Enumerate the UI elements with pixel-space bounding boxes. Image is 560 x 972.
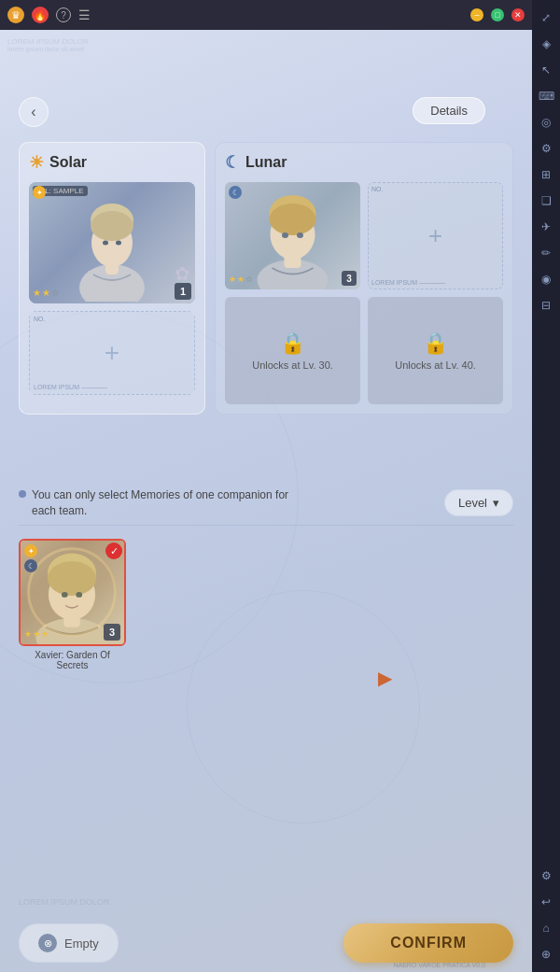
sidebar-stack-icon[interactable]: ⊟ — [536, 295, 556, 316]
bottom-bar: ⊗ Empty CONFIRM — [19, 923, 513, 963]
empty-label: Empty — [64, 937, 99, 951]
memory-card-1-img: ✦ ☾ ✓ ★ ★ ★ 3 — [19, 539, 126, 646]
sidebar-controls-icon[interactable]: ⊕ — [536, 944, 556, 965]
solar-slot-label: NO. — [34, 316, 45, 322]
empty-button[interactable]: ⊗ Empty — [19, 923, 119, 963]
sidebar-settings2-icon[interactable]: ⚙ — [536, 866, 556, 886]
sidebar-back-icon[interactable]: ↩ — [536, 892, 556, 912]
crown-icon[interactable]: ♛ — [7, 7, 24, 23]
sidebar-keyboard-icon[interactable]: ⌨ — [536, 86, 556, 106]
svg-point-5 — [103, 240, 108, 245]
lunar-card-2-empty[interactable]: NO. + LOREM IPSUM ———— — [368, 182, 503, 289]
solar-slot-sub: LOREM IPSUM ———— — [34, 384, 107, 390]
sidebar-pencil-icon[interactable]: ✏ — [536, 243, 556, 263]
floral-deco: ✿ — [175, 262, 190, 285]
right-sidebar: ⤢ ◈ ↖ ⌨ ◎ ⚙ ⊞ ❑ ✈ ✏ ◉ ⊟ ⚙ ↩ ⌂ ⊕ — [532, 0, 560, 972]
lock-icon-4: 🔒 — [423, 331, 448, 356]
sidebar-layers-icon[interactable]: ❑ — [536, 190, 556, 211]
solar-title: Solar — [49, 154, 87, 171]
lunar-title: Lunar — [245, 154, 287, 171]
memory-card-1[interactable]: ✦ ☾ ✓ ★ ★ ★ 3 Xavier: Garden Of Secrets — [19, 539, 126, 670]
solar-card-stars: ★ ★ ☆ — [33, 288, 60, 298]
card-selection-area: ☀ Solar — [19, 142, 513, 415]
fire-icon[interactable]: 🔥 — [32, 7, 49, 23]
empty-icon: ⊗ — [38, 934, 57, 952]
memory-type2-icon: ☾ — [24, 559, 37, 572]
title-bar: ♛ 🔥 ? ☰ – □ ✕ — [0, 0, 532, 30]
lunar-card1-moon-icon: ☾ — [229, 186, 242, 199]
lunar-locked-3: 🔒 Unlocks at Lv. 30. — [225, 297, 360, 404]
lunar-card1-stars: ★ ★ ☆ — [229, 275, 253, 284]
sidebar-speaker-icon[interactable]: ◈ — [536, 34, 556, 54]
corner-deco-left: LOREM IPSUM DOLOR lorem ipsum dolor sit … — [7, 37, 89, 52]
minimize-button[interactable]: – — [470, 8, 483, 21]
back-button[interactable]: ‹ — [19, 97, 49, 127]
sidebar-home-icon[interactable]: ⌂ — [536, 918, 556, 938]
lunar-card-1[interactable]: ☾ ★ ★ ☆ 3 — [225, 182, 360, 289]
solar-panel: ☀ Solar — [19, 142, 205, 415]
info-text: You can only select Memories of one comp… — [19, 487, 299, 519]
sidebar-circle-icon[interactable]: ◎ — [536, 112, 556, 133]
lunar-locked-4: 🔒 Unlocks at Lv. 40. — [368, 297, 503, 404]
sidebar-cursor-icon[interactable]: ↖ — [536, 60, 556, 80]
close-button[interactable]: ✕ — [511, 8, 525, 21]
info-bar: You can only select Memories of one comp… — [19, 487, 513, 519]
svg-point-4 — [91, 211, 133, 241]
solar-card-1[interactable]: ✿ LVL: SAMPLE ✦ ★ ★ ☆ 1 — [29, 182, 195, 303]
lunar-character-1-svg — [225, 182, 360, 289]
sidebar-settings-icon[interactable]: ⚙ — [536, 138, 556, 159]
memory-stars: ★ ★ ★ — [24, 629, 49, 639]
svg-point-12 — [282, 232, 288, 238]
lunar-slot2-label: NO. — [371, 186, 383, 192]
sidebar-expand-icon[interactable]: ⤢ — [536, 7, 556, 28]
lock-icon-3: 🔒 — [280, 331, 305, 356]
level-label: Level — [458, 496, 487, 510]
lunar-card-3-locked: 🔒 Unlocks at Lv. 30. — [225, 297, 360, 404]
info-dot — [19, 490, 26, 498]
game-area: LOREM IPSUM DOLOR lorem ipsum dolor sit … — [0, 30, 532, 972]
lunar-grid: ☾ ★ ★ ☆ 3 NO. + LOREM — [225, 182, 503, 404]
solar-card-number: 1 — [175, 283, 191, 300]
sidebar-grid-icon[interactable]: ⊞ — [536, 164, 556, 185]
svg-point-13 — [297, 232, 303, 238]
sidebar-location-icon[interactable]: ◉ — [536, 269, 556, 289]
bottom-deco: LOREM IPSUM DOLOR — [19, 897, 110, 907]
svg-point-6 — [116, 240, 121, 245]
moon-icon: ☾ — [225, 152, 240, 173]
lunar-slot2-plus: + — [428, 221, 442, 250]
solar-portrait: ✿ — [29, 182, 195, 303]
lock-text-3: Unlocks at Lv. 30. — [252, 359, 333, 371]
sidebar-plane-icon[interactable]: ✈ — [536, 217, 556, 237]
plus-icon: + — [105, 338, 119, 368]
lunar-empty-slot: NO. + LOREM IPSUM ———— — [368, 182, 503, 289]
memory-number: 3 — [104, 624, 120, 641]
maximize-button[interactable]: □ — [491, 8, 504, 21]
memory-card-name-1: Xavier: Garden Of Secrets — [19, 650, 126, 670]
memory-type1-icon: ✦ — [24, 544, 37, 557]
svg-point-11 — [270, 204, 316, 235]
level-dropdown[interactable]: Level ▾ — [444, 489, 513, 516]
watermark: NAERO VAROE PRATICA V0.0 — [393, 962, 485, 968]
lunar-card1-number: 3 — [342, 271, 357, 286]
dropdown-arrow: ▾ — [493, 496, 499, 510]
solar-card-type-icon: ✦ — [33, 186, 46, 199]
lunar-panel: ☾ Lunar — [215, 142, 513, 415]
lunar-panel-header: ☾ Lunar — [225, 152, 503, 173]
memory-list: ✦ ☾ ✓ ★ ★ ★ 3 Xavier: Garden Of Secrets — [19, 539, 513, 670]
confirm-button[interactable]: CONFIRM — [343, 923, 513, 963]
memory-check-icon: ✓ — [105, 542, 122, 559]
details-button[interactable]: Details — [413, 97, 485, 124]
sun-icon: ☀ — [29, 152, 44, 173]
svg-point-19 — [48, 561, 96, 596]
svg-point-21 — [76, 592, 82, 598]
question-icon[interactable]: ? — [56, 7, 71, 22]
svg-point-20 — [62, 592, 68, 598]
menu-icon[interactable]: ☰ — [78, 7, 91, 22]
solar-panel-header: ☀ Solar — [29, 152, 195, 173]
divider-line — [19, 525, 513, 526]
lunar-slot2-sub: LOREM IPSUM ———— — [371, 279, 445, 286]
solar-card-empty[interactable]: NO. + LOREM IPSUM ———— — [29, 311, 195, 395]
lock-text-4: Unlocks at Lv. 40. — [395, 359, 476, 371]
solar-character-svg — [65, 185, 159, 302]
lunar-card-4-locked: 🔒 Unlocks at Lv. 40. — [368, 297, 503, 404]
